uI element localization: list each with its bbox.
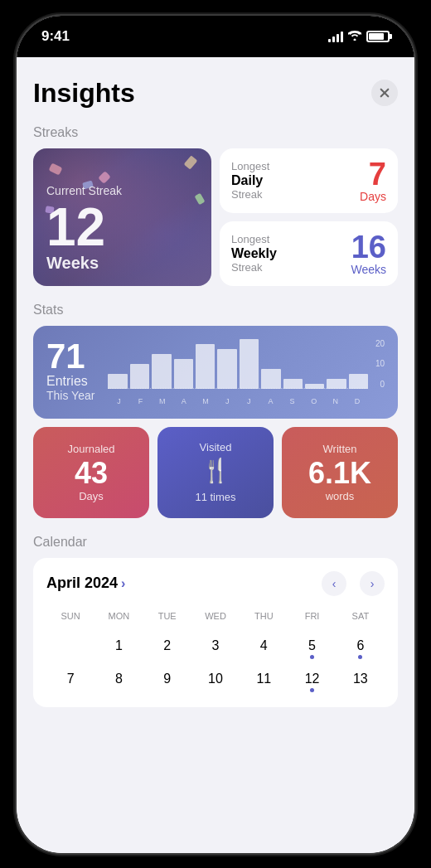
- daily-streak-title-sm2: Streak: [231, 188, 269, 201]
- calendar-grid: 12345678910111213: [46, 631, 385, 694]
- calendar-day[interactable]: 9: [143, 664, 191, 694]
- wifi-icon: [348, 30, 361, 43]
- visited-label: Visited: [200, 441, 232, 453]
- chart-bar: [130, 364, 149, 389]
- chart-x-labels: JFMAMJJASOND: [108, 397, 368, 405]
- chart-bar: [196, 344, 215, 389]
- stats-left: 71 Entries This Year: [46, 339, 94, 402]
- calendar-title: April 2024 ›: [46, 575, 125, 592]
- daily-streak-card: Longest Daily Streak 7 Days: [220, 148, 398, 213]
- calendar-day-dot: [358, 655, 362, 659]
- calendar-month-year: April 2024: [46, 575, 118, 592]
- streaks-grid: Current Streak 12 Weeks Longest Daily St…: [33, 148, 398, 286]
- calendar-day[interactable]: 3: [191, 631, 240, 661]
- stats-number: 71: [46, 339, 94, 374]
- calendar-day[interactable]: 10: [191, 664, 240, 694]
- journaled-number: 43: [75, 458, 108, 488]
- chart-x-label: M: [152, 397, 173, 405]
- chart-bar: [217, 349, 236, 389]
- weekly-streak-card: Longest Weekly Streak 16 Weeks: [220, 221, 398, 286]
- chart-y-labels: 20100: [375, 339, 385, 389]
- fork-knife-icon: 🍴: [201, 457, 230, 484]
- written-number: 6.1K: [308, 458, 371, 488]
- chart-x-label: S: [282, 397, 303, 405]
- calendar-day-header: WED: [191, 608, 240, 624]
- calendar-day: [46, 631, 94, 661]
- calendar-prev-button[interactable]: ‹: [322, 571, 346, 596]
- journaled-label: Journaled: [67, 443, 114, 455]
- stats-inner: 71 Entries This Year 20100 JFMAMJJASOND: [46, 339, 385, 405]
- journaled-card: Journaled 43 Days: [33, 427, 149, 518]
- chart-x-label: A: [173, 397, 195, 405]
- daily-streak-number: 7: [360, 158, 386, 190]
- written-label: Written: [323, 443, 357, 455]
- calendar-day[interactable]: 2: [143, 631, 191, 661]
- calendar-day-header: TUE: [143, 608, 191, 624]
- dynamic-island: [166, 26, 265, 54]
- stats-card: 71 Entries This Year 20100 JFMAMJJASOND: [33, 326, 398, 419]
- weekly-streak-title-sm: Longest: [231, 233, 277, 245]
- streaks-right: Longest Daily Streak 7 Days Longest: [220, 148, 398, 286]
- calendar-day[interactable]: 1: [94, 631, 143, 661]
- status-bar: 9:41: [17, 16, 414, 57]
- chart-x-label: J: [216, 397, 238, 405]
- calendar-day-header: SUN: [46, 608, 94, 624]
- calendar-day[interactable]: 4: [240, 631, 288, 661]
- calendar-day[interactable]: 13: [337, 664, 385, 694]
- chart-x-label: F: [130, 397, 152, 405]
- chart-bar: [174, 359, 193, 389]
- chart-bar: [108, 374, 127, 389]
- calendar-nav: ‹ ›: [322, 571, 385, 596]
- chart-x-label: D: [346, 397, 368, 405]
- calendar-day[interactable]: 7: [46, 664, 94, 694]
- close-button[interactable]: [371, 80, 398, 106]
- chart-y-label: 10: [375, 359, 385, 368]
- weekly-streak-title-sm2: Streak: [231, 261, 277, 274]
- battery-icon: [366, 31, 390, 42]
- status-time: 9:41: [41, 28, 70, 45]
- calendar-expand-chevron[interactable]: ›: [121, 576, 125, 591]
- calendar-day[interactable]: 12: [288, 664, 336, 694]
- calendar-days-header: SUNMONTUEWEDTHUFRISAT: [46, 608, 385, 624]
- calendar-section-label: Calendar: [33, 535, 398, 550]
- calendar-card: April 2024 › ‹ › SUNMONTUEWEDTHUFRISAT 1…: [33, 558, 398, 707]
- header: Insights: [33, 74, 398, 109]
- chart-x-label: J: [108, 397, 129, 405]
- chart-bars: [108, 339, 368, 389]
- calendar-day[interactable]: 11: [240, 664, 288, 694]
- weekly-streak-right: 16 Weeks: [351, 231, 386, 276]
- signal-icon: [328, 31, 343, 42]
- calendar-day-dot: [310, 655, 314, 659]
- stats-section-label: Stats: [33, 303, 398, 318]
- journaled-unit: Days: [79, 490, 104, 502]
- weekly-streak-left: Longest Weekly Streak: [231, 233, 277, 274]
- stats-mini-grid: Journaled 43 Days Visited 🍴 11 times Wri…: [33, 427, 398, 518]
- chart-bar: [261, 369, 280, 389]
- calendar-day[interactable]: 6: [337, 631, 385, 661]
- streaks-section-label: Streaks: [33, 125, 398, 140]
- current-streak-label: Current Streak: [46, 184, 198, 197]
- current-streak-card: Current Streak 12 Weeks: [33, 148, 211, 286]
- stats-label-year: This Year: [46, 389, 94, 402]
- calendar-day[interactable]: 5: [288, 631, 336, 661]
- chart-x-label: N: [325, 397, 346, 405]
- chart-x-label: O: [303, 397, 325, 405]
- weekly-streak-number: 16: [351, 231, 386, 263]
- chart-x-label: J: [238, 397, 259, 405]
- daily-streak-title-bold: Daily: [231, 172, 269, 188]
- calendar-next-button[interactable]: ›: [360, 571, 385, 596]
- chart-bar: [240, 339, 259, 389]
- content-area: Insights Streaks: [17, 57, 414, 853]
- visited-unit: 11 times: [195, 491, 235, 503]
- page-title: Insights: [33, 78, 135, 109]
- calendar-day-header: MON: [94, 608, 143, 624]
- visited-card: Visited 🍴 11 times: [157, 427, 274, 518]
- calendar-day-header: THU: [240, 608, 288, 624]
- calendar-day-header: FRI: [288, 608, 336, 624]
- calendar-day[interactable]: 8: [94, 664, 143, 694]
- daily-streak-right: 7 Days: [360, 158, 386, 203]
- written-unit: words: [326, 490, 355, 502]
- written-card: Written 6.1K words: [282, 427, 398, 518]
- current-streak-number: 12: [46, 201, 198, 254]
- stats-label-entries: Entries: [46, 374, 94, 389]
